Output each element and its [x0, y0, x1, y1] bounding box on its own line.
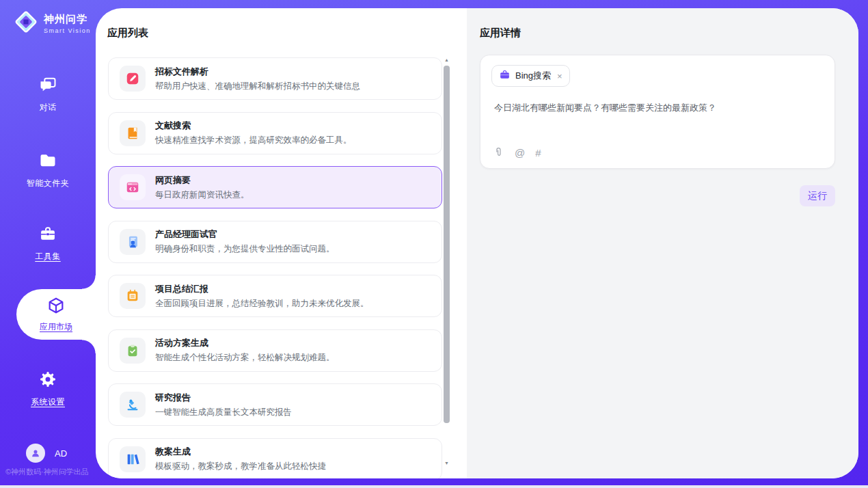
content-sheet: 应用列表 招标文件解析 帮助用户快速、准确地理解和解析招标书中的关键信息 — [96, 8, 858, 478]
composer-card: Bing搜索 × 今日湖北有哪些新闻要点？有哪些需要关注的最新政策？ @ # — [480, 55, 835, 169]
close-icon[interactable]: × — [557, 71, 562, 81]
app-card-name: 文献搜索 — [155, 120, 352, 132]
gear-icon — [38, 370, 57, 392]
sidebar-item-settings[interactable]: 系统设置 — [0, 370, 96, 408]
sidebar-item-label: 系统设置 — [31, 396, 65, 408]
scroll-up-arrow-icon[interactable]: ▲ — [444, 57, 450, 63]
app-card-desc: 帮助用户快速、准确地理解和解析招标书中的关键信息 — [155, 81, 360, 92]
sidebar-item-smart-folder[interactable]: 智能文件夹 — [0, 151, 96, 189]
app-list-title: 应用列表 — [107, 27, 148, 40]
chat-bubbles-icon — [38, 75, 57, 97]
app-card-activity-plan[interactable]: 活动方案生成 智能生成个性化活动方案，轻松解决规划难题。 — [108, 329, 442, 372]
app-card-project-summary[interactable]: 项目总结汇报 全面回顾项目进展，总结经验教训，助力未来优化发展。 — [108, 275, 442, 317]
brand-name: 神州问学 — [44, 13, 91, 26]
app-card-desc: 模板驱动，教案秒成，教学准备从此轻松快捷 — [155, 461, 326, 472]
app-card-name: 研究报告 — [155, 392, 292, 404]
app-card-name: 教案生成 — [155, 446, 326, 458]
sidebar: 神州问学 Smart Vision 对话 智能文件夹 — [0, 0, 96, 485]
brand-subtitle: Smart Vision — [44, 27, 91, 34]
app-card-pm-interviewer[interactable]: 产品经理面试官 明确身份和职责，为您提供专业性的面试问题。 — [108, 221, 442, 263]
app-card-tender-analysis[interactable]: 招标文件解析 帮助用户快速、准确地理解和解析招标书中的关键信息 — [108, 57, 442, 100]
app-card-research-report[interactable]: 研究报告 一键智能生成高质量长文本研究报告 — [108, 383, 442, 426]
scroll-down-arrow-icon[interactable]: ▼ — [444, 461, 450, 466]
briefcase-icon — [38, 224, 57, 246]
app-card-name: 项目总结汇报 — [155, 283, 369, 295]
app-card-name: 活动方案生成 — [155, 337, 335, 349]
briefcase-icon — [499, 69, 511, 83]
sidebar-item-app-market[interactable]: 应用市场 — [16, 289, 96, 340]
cube-icon — [46, 296, 66, 318]
app-card-name: 产品经理面试官 — [155, 228, 335, 241]
books-icon — [120, 446, 146, 472]
book-icon — [120, 120, 146, 146]
hash-icon[interactable]: # — [535, 148, 541, 158]
app-card-desc: 快速精准查找学术资源，提高研究效率的必备工具。 — [155, 135, 352, 146]
brand-diamond-logo-icon — [14, 10, 38, 37]
interviewer-person-icon — [120, 229, 146, 255]
note-calendar-icon — [120, 283, 146, 309]
microscope-icon — [120, 392, 146, 418]
app-card-desc: 一键智能生成高质量长文本研究报告 — [155, 407, 292, 418]
browser-code-icon — [120, 174, 146, 200]
sidebar-item-chat[interactable]: 对话 — [0, 75, 96, 113]
app-card-webpage-summary[interactable]: 网页摘要 每日政府新闻资讯快查。 — [108, 166, 442, 208]
scrollbar-thumb[interactable] — [444, 66, 450, 423]
app-card-desc: 智能生成个性化活动方案，轻松解决规划难题。 — [155, 352, 335, 364]
window-bottom-edge — [0, 485, 868, 488]
tool-chip-label: Bing搜索 — [515, 70, 551, 82]
sidebar-item-label: 智能文件夹 — [27, 178, 70, 189]
sidebar-item-label: 应用市场 — [40, 321, 72, 333]
sidebar-item-label: 对话 — [40, 102, 57, 113]
app-list: 招标文件解析 帮助用户快速、准确地理解和解析招标书中的关键信息 文献搜索 快速精… — [108, 57, 442, 478]
composer-toolbar: @ # — [493, 146, 541, 159]
query-text[interactable]: 今日湖北有哪些新闻要点？有哪些需要关注的最新政策？ — [494, 101, 821, 115]
brand: 神州问学 Smart Vision — [14, 10, 91, 37]
run-button[interactable]: 运行 — [800, 185, 835, 206]
app-card-lesson-plan[interactable]: 教案生成 模板驱动，教案秒成，教学准备从此轻松快捷 — [108, 438, 442, 479]
tool-chip-bing-search[interactable]: Bing搜索 × — [491, 65, 570, 87]
app-detail-panel: 应用详情 Bing搜索 × 今日湖北有哪些新闻要点？有哪些需要关注的最新政策？ — [467, 8, 858, 478]
paperclip-icon[interactable] — [493, 146, 504, 159]
app-card-name: 招标文件解析 — [155, 66, 360, 78]
app-frame: 神州问学 Smart Vision 对话 智能文件夹 — [0, 0, 868, 485]
copyright-text: ©神州数码·神州问学出品 — [5, 467, 89, 477]
user-initials: AD — [55, 448, 67, 459]
clipboard-check-icon — [120, 338, 146, 364]
avatar — [26, 444, 45, 463]
sidebar-item-toolset[interactable]: 工具集 — [0, 224, 96, 262]
app-card-desc: 每日政府新闻资讯快查。 — [155, 189, 249, 201]
sidebar-item-label: 工具集 — [35, 251, 61, 262]
app-card-desc: 全面回顾项目进展，总结经验教训，助力未来优化发展。 — [155, 298, 369, 310]
document-edit-icon — [120, 66, 146, 92]
user-account[interactable]: AD — [26, 444, 67, 463]
app-card-desc: 明确身份和职责，为您提供专业性的面试问题。 — [155, 243, 335, 255]
app-detail-title: 应用详情 — [480, 27, 521, 40]
app-card-name: 网页摘要 — [155, 174, 249, 187]
app-card-literature-search[interactable]: 文献搜索 快速精准查找学术资源，提高研究效率的必备工具。 — [108, 112, 442, 154]
mention-at-icon[interactable]: @ — [515, 148, 525, 158]
app-list-scrollbar: ▲ ▼ — [444, 57, 450, 477]
folder-icon — [38, 151, 57, 173]
